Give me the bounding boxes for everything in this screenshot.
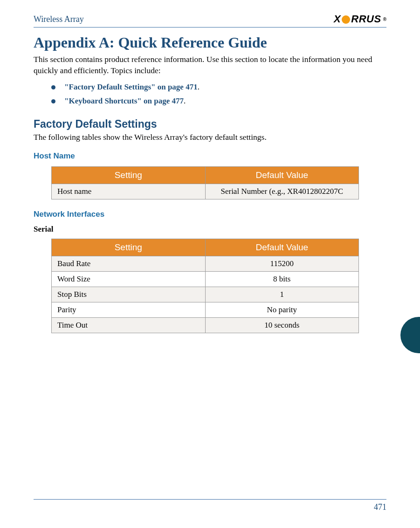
serial-heading: Serial — [34, 225, 386, 234]
list-item: "Factory Default Settings" on page 471. — [51, 82, 386, 92]
value-cell: 8 bits — [205, 272, 359, 287]
setting-cell: Time Out — [52, 318, 206, 333]
setting-cell: Host name — [52, 184, 206, 199]
table-row: Host name Serial Number (e.g., XR4012802… — [52, 184, 359, 199]
punct: . — [184, 96, 186, 105]
page-header: Wireless Array X RRUS ® — [34, 13, 386, 27]
value-cell: 115200 — [205, 256, 359, 272]
value-cell: 10 seconds — [205, 318, 359, 333]
setting-cell: Parity — [52, 302, 206, 318]
bullet-icon — [51, 85, 55, 89]
logo-dot-icon — [342, 15, 350, 24]
col-value: Default Value — [205, 167, 359, 184]
logo-text-rrus: RRUS — [351, 13, 381, 25]
logo-text-x: X — [334, 13, 341, 25]
value-cell: No parity — [205, 302, 359, 318]
factory-defaults-desc: The following tables show the Wireless A… — [34, 132, 386, 142]
table-row: Word Size 8 bits — [52, 272, 359, 287]
host-name-heading: Host Name — [34, 151, 386, 161]
bullet-icon — [51, 99, 55, 103]
logo: X RRUS ® — [334, 13, 386, 25]
factory-defaults-heading: Factory Default Settings — [34, 118, 386, 130]
table-row: Stop Bits 1 — [52, 287, 359, 302]
setting-cell: Word Size — [52, 272, 206, 287]
appendix-intro: This section contains product reference … — [34, 54, 386, 76]
table-header-row: Setting Default Value — [52, 239, 359, 256]
side-tab-icon — [400, 317, 420, 353]
appendix-heading: Appendix A: Quick Reference Guide — [34, 34, 386, 51]
page-number: 471 — [374, 502, 386, 512]
serial-table: Setting Default Value Baud Rate 115200 W… — [51, 239, 359, 333]
table-row: Time Out 10 seconds — [52, 318, 359, 333]
logo-registered-icon: ® — [383, 17, 386, 22]
table-row: Parity No parity — [52, 302, 359, 318]
table-header-row: Setting Default Value — [52, 167, 359, 184]
page-footer: 471 — [34, 499, 386, 512]
value-cell: 1 — [205, 287, 359, 302]
setting-cell: Baud Rate — [52, 256, 206, 272]
value-cell: Serial Number (e.g., XR4012802207C — [205, 184, 359, 199]
host-name-table: Setting Default Value Host name Serial N… — [51, 166, 359, 199]
punct: . — [198, 82, 200, 91]
topic-link[interactable]: "Keyboard Shortcuts" on page 477 — [64, 96, 184, 105]
topic-link[interactable]: "Factory Default Settings" on page 471 — [64, 82, 198, 91]
network-interfaces-heading: Network Interfaces — [34, 210, 386, 219]
topics-list: "Factory Default Settings" on page 471. … — [51, 82, 386, 106]
table-row: Baud Rate 115200 — [52, 256, 359, 272]
setting-cell: Stop Bits — [52, 287, 206, 302]
list-item: "Keyboard Shortcuts" on page 477. — [51, 96, 386, 106]
col-setting: Setting — [52, 167, 206, 184]
col-setting: Setting — [52, 239, 206, 256]
header-title: Wireless Array — [34, 14, 84, 24]
col-value: Default Value — [205, 239, 359, 256]
